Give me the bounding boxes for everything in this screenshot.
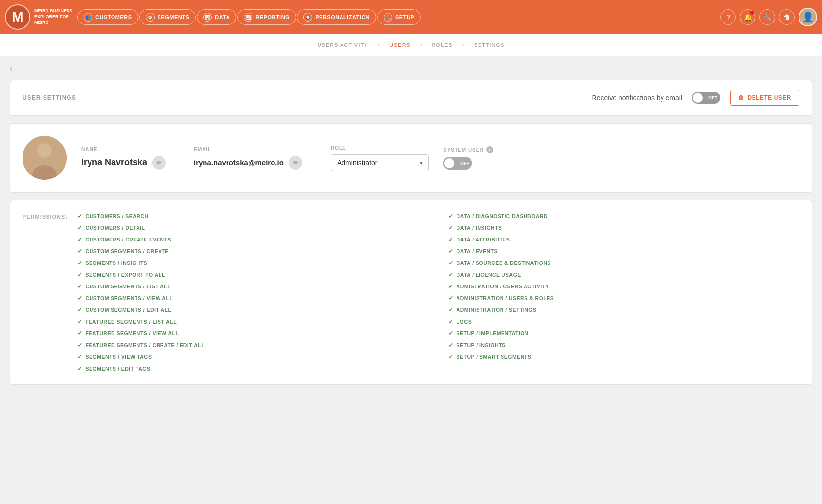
sub-nav-item-roles[interactable]: ROLES xyxy=(432,42,452,48)
role-field: ROLE AdministratorViewerEditor xyxy=(331,145,429,171)
permission-item: ✓SEGMENTS / VIEW TAGS xyxy=(77,353,429,360)
check-icon: ✓ xyxy=(77,271,83,278)
check-icon: ✓ xyxy=(448,353,454,360)
reporting-nav-icon: 📈 xyxy=(244,13,252,22)
check-icon: ✓ xyxy=(448,224,454,231)
user-settings-title: USER SETTINGS xyxy=(23,94,76,101)
svg-point-1 xyxy=(37,143,52,158)
permission-item: ✓DATA / EVENTS xyxy=(448,248,799,255)
top-navigation: M MEIRO BUSINESSEXPLORER FORMEIRO 👥CUSTO… xyxy=(0,0,822,34)
nav-item-data[interactable]: 📊DATA xyxy=(197,9,236,25)
check-icon: ✓ xyxy=(77,248,83,255)
permission-item: ✓CUSTOM SEGMENTS / CREATE xyxy=(77,248,429,255)
nav-item-setup[interactable]: 🔧SETUP xyxy=(377,9,421,25)
check-icon: ✓ xyxy=(77,365,83,372)
role-label: ROLE xyxy=(331,145,429,151)
permission-item: ✓ADMINISTRATION / SETTINGS xyxy=(448,307,799,313)
user-profile-card: NAME Iryna Navrotska ✏ EMAIL iryna.navro… xyxy=(10,123,812,193)
delete-user-button[interactable]: 🗑 DELETE USER xyxy=(730,90,799,106)
nav-item-customers[interactable]: 👥CUSTOMERS xyxy=(77,9,138,25)
nav-item-personalization[interactable]: 📢PERSONALIZATION xyxy=(297,9,376,25)
permission-item: ✓CUSTOMERS / DETAIL xyxy=(77,224,429,231)
check-icon: ✓ xyxy=(448,260,454,266)
nav-item-segments[interactable]: ⚙SEGMENTS xyxy=(139,9,196,25)
sub-nav-item-users-activity[interactable]: USERS ACTIVITY xyxy=(318,42,368,48)
permission-item: ✓ADMINISTRATION / USERS & ROLES xyxy=(448,295,799,302)
permission-item: ✓CUSTOMERS / SEARCH xyxy=(77,213,429,219)
check-icon: ✓ xyxy=(448,342,454,349)
user-avatar[interactable]: 👤 xyxy=(799,8,817,26)
permission-item: ✓SEGMENTS / EXPORT TO ALL xyxy=(77,271,429,278)
system-user-toggle[interactable]: OFF xyxy=(443,157,472,170)
sub-nav-item-users[interactable]: USERS xyxy=(389,42,411,48)
wrench-icon[interactable]: 🔧 xyxy=(759,9,775,25)
check-icon: ✓ xyxy=(448,236,454,243)
sub-nav-separator: • xyxy=(462,43,464,48)
trash-icon[interactable]: 🗑 xyxy=(779,9,795,25)
email-value-row: iryna.navrotska@meiro.io ✏ xyxy=(194,156,316,170)
check-icon: ✓ xyxy=(77,295,83,302)
system-user-section: SYSTEM USER i OFF xyxy=(443,146,493,170)
name-value: Iryna Navrotska xyxy=(81,157,147,168)
permissions-label: PERMISSIONS: xyxy=(23,214,68,372)
system-toggle-knob xyxy=(444,158,454,168)
check-icon: ✓ xyxy=(77,213,83,219)
customers-nav-icon: 👥 xyxy=(84,13,92,22)
data-nav-icon: 📊 xyxy=(203,13,212,22)
avatar xyxy=(23,136,67,180)
permission-item: ✓CUSTOM SEGMENTS / LIST ALL xyxy=(77,283,429,290)
back-button[interactable]: ‹ xyxy=(10,64,13,74)
check-icon: ✓ xyxy=(77,342,83,349)
help-icon[interactable]: ? xyxy=(720,9,736,25)
check-icon: ✓ xyxy=(77,353,83,360)
nav-items: 👥CUSTOMERS⚙SEGMENTS📊DATA📈REPORTING📢PERSO… xyxy=(77,9,720,25)
delete-icon: 🗑 xyxy=(738,94,745,101)
check-icon: ✓ xyxy=(448,283,454,290)
permission-item: ✓CUSTOMERS / CREATE EVENTS xyxy=(77,236,429,243)
info-icon[interactable]: i xyxy=(486,146,493,153)
permission-item: ✓SEGMENTS / INSIGHTS xyxy=(77,260,429,266)
logo-text: MEIRO BUSINESSEXPLORER FORMEIRO xyxy=(34,8,72,25)
permission-item: ✓SEGMENTS / EDIT TAGS xyxy=(77,365,429,372)
segments-nav-icon: ⚙ xyxy=(146,13,155,22)
email-field: EMAIL iryna.navrotska@meiro.io ✏ xyxy=(194,147,316,170)
permission-item: ✓DATA / LICENCE USAGE xyxy=(448,271,799,278)
user-settings-card: USER SETTINGS Receive notifications by e… xyxy=(10,80,812,116)
permission-item: ✓DATA / DIAGNOSTIC DASHBOARD xyxy=(448,213,799,219)
check-icon: ✓ xyxy=(448,318,454,325)
nav-right-icons: ? 🔔 🔧 🗑 👤 xyxy=(720,8,817,26)
check-icon: ✓ xyxy=(77,224,83,231)
permission-item: ✓FEATURED SEGMENTS / VIEW ALL xyxy=(77,330,429,337)
permissions-card: PERMISSIONS: ✓CUSTOMERS / SEARCH✓CUSTOME… xyxy=(10,200,812,385)
permissions-col1: ✓CUSTOMERS / SEARCH✓CUSTOMERS / DETAIL✓C… xyxy=(77,213,429,372)
check-icon: ✓ xyxy=(448,248,454,255)
check-icon: ✓ xyxy=(448,330,454,337)
permission-item: ✓DATA / INSIGHTS xyxy=(448,224,799,231)
email-value: iryna.navrotska@meiro.io xyxy=(194,158,284,167)
logo-area[interactable]: M MEIRO BUSINESSEXPLORER FORMEIRO xyxy=(5,4,72,30)
delete-btn-label: DELETE USER xyxy=(747,94,791,101)
logo-icon: M xyxy=(5,4,30,30)
role-select-wrapper[interactable]: AdministratorViewerEditor xyxy=(331,154,429,171)
permission-item: ✓DATA / SOURCES & DESTINATIONS xyxy=(448,260,799,266)
toggle-knob xyxy=(693,93,703,103)
check-icon: ✓ xyxy=(448,213,454,219)
nav-item-reporting[interactable]: 📈REPORTING xyxy=(237,9,296,25)
check-icon: ✓ xyxy=(77,330,83,337)
settings-right: Receive notifications by email OFF 🗑 DEL… xyxy=(592,90,799,106)
sub-nav-separator: • xyxy=(420,43,422,48)
permission-item: ✓LOGS xyxy=(448,318,799,325)
edit-email-button[interactable]: ✏ xyxy=(289,156,302,170)
sub-nav-item-settings[interactable]: SETTINGS xyxy=(474,42,504,48)
sub-navigation: USERS ACTIVITY•USERS•ROLES•SETTINGS xyxy=(0,34,822,56)
permission-item: ✓SETUP / SMART SEGMENTS xyxy=(448,353,799,360)
notifications-icon[interactable]: 🔔 xyxy=(740,9,755,25)
permission-item: ✓ADMISTRATION / USERS ACTIVITY xyxy=(448,283,799,290)
sub-nav-separator: • xyxy=(378,43,380,48)
check-icon: ✓ xyxy=(77,283,83,290)
edit-name-button[interactable]: ✏ xyxy=(152,156,166,170)
role-select[interactable]: AdministratorViewerEditor xyxy=(331,154,429,171)
check-icon: ✓ xyxy=(77,318,83,325)
check-icon: ✓ xyxy=(448,307,454,313)
notifications-toggle[interactable]: OFF xyxy=(692,92,720,104)
